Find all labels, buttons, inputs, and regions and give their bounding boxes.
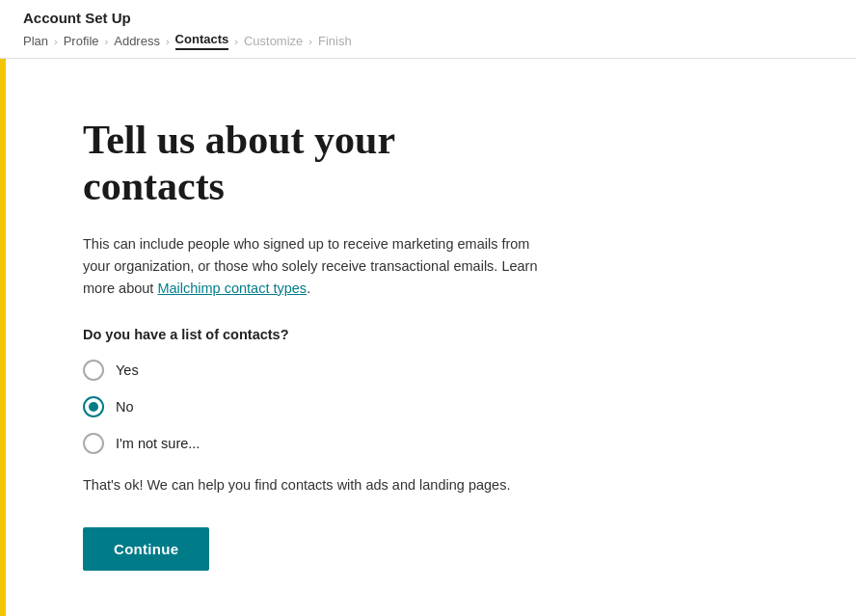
radio-circle-unsure [83, 433, 104, 454]
page-description: This can include people who signed up to… [83, 233, 555, 301]
breadcrumb-sep-5: › [308, 36, 312, 47]
radio-option-no[interactable]: No [83, 396, 661, 417]
breadcrumb-address[interactable]: Address [114, 34, 160, 48]
radio-option-unsure[interactable]: I'm not sure... [83, 433, 661, 454]
radio-group: Yes No I'm not sure... [83, 360, 661, 454]
radio-inner-no [89, 402, 98, 412]
breadcrumb-contacts[interactable]: Contacts [175, 32, 229, 50]
breadcrumb-sep-2: › [105, 36, 109, 47]
breadcrumb-plan[interactable]: Plan [23, 34, 48, 48]
helper-text: That's ok! We can help you find contacts… [83, 477, 555, 493]
continue-button[interactable]: Continue [83, 527, 209, 571]
header: Account Set Up Plan › Profile › Address … [0, 0, 856, 59]
breadcrumb-sep-3: › [166, 36, 170, 47]
radio-label-unsure: I'm not sure... [116, 436, 200, 451]
breadcrumb-customize: Customize [244, 34, 303, 48]
radio-label-yes: Yes [116, 362, 139, 378]
mailchimp-link[interactable]: Mailchimp contact types [157, 281, 307, 296]
description-text-2: . [307, 281, 310, 296]
radio-circle-yes [83, 360, 104, 381]
page-heading: Tell us about your contacts [83, 117, 488, 210]
radio-option-yes[interactable]: Yes [83, 360, 661, 381]
radio-circle-no [83, 396, 104, 417]
breadcrumb-finish: Finish [318, 34, 352, 48]
breadcrumb-sep-1: › [54, 36, 58, 47]
question-label: Do you have a list of contacts? [83, 327, 661, 342]
radio-label-no: No [116, 399, 134, 415]
breadcrumb-sep-4: › [234, 36, 238, 47]
breadcrumb: Plan › Profile › Address › Contacts › Cu… [23, 32, 833, 58]
page-title: Account Set Up [23, 10, 833, 26]
breadcrumb-profile[interactable]: Profile [64, 34, 99, 48]
page-content: Tell us about your contacts This can inc… [0, 59, 856, 616]
main-content: Tell us about your contacts This can inc… [6, 59, 738, 616]
